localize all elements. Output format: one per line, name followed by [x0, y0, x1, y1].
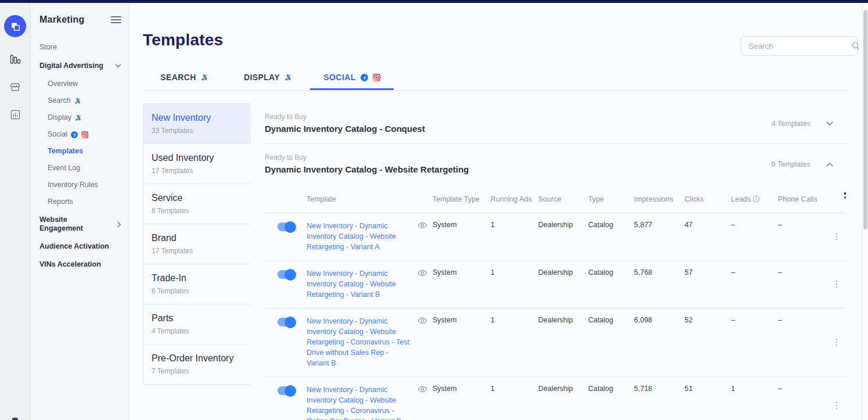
- template-link[interactable]: New Inventory - Dynamic Inventory Catalo…: [307, 268, 413, 300]
- cell-phone-calls: –: [778, 268, 827, 300]
- search-input[interactable]: [748, 42, 851, 51]
- sidebar-item-vins-acceleration[interactable]: VINs Acceleration: [39, 260, 121, 269]
- chevron-up-icon[interactable]: [826, 162, 833, 167]
- cell-impressions: 5,877: [634, 221, 685, 252]
- sidebar: Marketing Store Digital Advertising Over…: [31, 3, 129, 420]
- chevron-right-icon: [117, 221, 121, 228]
- clipped-bottom-icon: [12, 418, 18, 420]
- preview-eye-icon[interactable]: [417, 222, 427, 229]
- table-row: New Inventory - Dynamic Inventory Catalo…: [265, 377, 846, 420]
- preview-eye-icon[interactable]: [417, 317, 427, 324]
- row-menu-button[interactable]: ⋮: [827, 279, 846, 289]
- sidebar-item-display[interactable]: Display: [48, 113, 121, 122]
- column-header-template: Template: [307, 195, 433, 203]
- category-parts[interactable]: Parts 4 Templates: [143, 304, 251, 344]
- storefront-icon[interactable]: [9, 81, 21, 93]
- category-pre-order-inventory[interactable]: Pre-Order Inventory 7 Templates: [143, 344, 251, 385]
- ad-toggle[interactable]: [278, 270, 295, 279]
- facebook-icon: f: [71, 131, 78, 138]
- hamburger-icon[interactable]: [111, 15, 121, 25]
- category-brand[interactable]: Brand 17 Templates: [143, 224, 251, 264]
- main-content: Templates SEARCH DISPLAY: [129, 3, 868, 420]
- sidebar-item-inventory-rules[interactable]: Inventory Rules: [48, 181, 121, 189]
- row-menu-button[interactable]: ⋮: [827, 231, 846, 242]
- cell-clicks: 57: [685, 268, 731, 300]
- table-row: New Inventory - Dynamic Inventory Catalo…: [265, 213, 846, 261]
- ad-toggle[interactable]: [278, 222, 295, 231]
- tab-social[interactable]: SOCIAL f: [310, 66, 394, 90]
- info-icon[interactable]: i: [753, 196, 759, 202]
- cell-leads: –: [731, 316, 778, 368]
- chart-box-icon[interactable]: [9, 109, 21, 121]
- search-box: [741, 36, 858, 56]
- template-link[interactable]: New Inventory - Dynamic Inventory Catalo…: [307, 385, 413, 420]
- row-menu-button[interactable]: ⋮: [827, 337, 846, 347]
- section-conquest-header[interactable]: Ready to Buy Dynamic Inventory Catalog -…: [265, 103, 846, 143]
- category-new-inventory[interactable]: New Inventory 33 Templates: [143, 104, 251, 144]
- facebook-icon: f: [361, 74, 368, 81]
- sidebar-item-event-log[interactable]: Event Log: [48, 164, 121, 173]
- sidebar-title: Marketing: [39, 15, 84, 25]
- preview-eye-icon[interactable]: [417, 270, 427, 277]
- category-service[interactable]: Service 6 Templates: [143, 184, 251, 224]
- column-header-template-type: Template Type: [433, 195, 491, 203]
- cell-type: Catalog: [588, 385, 634, 420]
- svg-text:f: f: [363, 76, 365, 81]
- cell-type: Catalog: [588, 316, 634, 368]
- section-website-retargeting-header[interactable]: Ready to Buy Dynamic Inventory Catalog -…: [265, 144, 846, 184]
- search-icon: [851, 41, 860, 51]
- category-trade-in[interactable]: Trade-In 6 Templates: [143, 264, 251, 304]
- table-row: New Inventory - Dynamic Inventory Catalo…: [265, 308, 846, 377]
- sidebar-item-social[interactable]: Social f: [48, 130, 121, 139]
- category-used-inventory[interactable]: Used Inventory 17 Templates: [143, 144, 251, 184]
- scrollbar-thumb[interactable]: [863, 10, 867, 229]
- workspace-avatar[interactable]: [4, 15, 26, 37]
- row-menu-button[interactable]: ⋮: [827, 400, 846, 411]
- cell-clicks: 52: [685, 316, 731, 368]
- cell-leads: 1: [731, 385, 778, 420]
- cell-running-ads: 1: [491, 316, 538, 368]
- column-settings-icon[interactable]: [842, 192, 846, 199]
- column-header-source: Source: [538, 195, 588, 203]
- category-list: New Inventory 33 Templates Used Inventor…: [143, 103, 251, 385]
- tab-display[interactable]: DISPLAY: [226, 66, 310, 90]
- cell-template-type: System: [433, 385, 491, 420]
- cell-source: Dealership: [538, 221, 588, 252]
- sidebar-item-digital-advertising[interactable]: Digital Advertising: [39, 62, 121, 70]
- tab-search[interactable]: SEARCH: [143, 66, 226, 90]
- preview-eye-icon[interactable]: [417, 386, 427, 393]
- cell-impressions: 6,098: [634, 316, 685, 368]
- chevron-down-icon: [115, 64, 121, 68]
- cell-phone-calls: –: [778, 385, 827, 420]
- cell-type: Catalog: [588, 268, 634, 300]
- chevron-down-icon[interactable]: [826, 121, 833, 126]
- google-ads-icon: [75, 114, 82, 121]
- cell-leads: –: [731, 221, 778, 252]
- cell-leads: –: [731, 268, 778, 300]
- tab-bar: SEARCH DISPLAY: [143, 66, 846, 91]
- ad-toggle[interactable]: [278, 386, 295, 395]
- template-link[interactable]: New Inventory - Dynamic Inventory Catalo…: [307, 316, 413, 368]
- instagram-icon: [373, 74, 380, 81]
- template-link[interactable]: New Inventory - Dynamic Inventory Catalo…: [307, 221, 413, 252]
- column-header-type: Type: [588, 195, 634, 203]
- column-header-phone-calls: Phone Calls: [778, 195, 827, 203]
- sidebar-item-reports[interactable]: Reports: [48, 198, 121, 206]
- sidebar-item-store[interactable]: Store: [39, 43, 121, 52]
- cell-source: Dealership: [538, 268, 588, 300]
- sidebar-item-search[interactable]: Search: [48, 96, 121, 105]
- cell-source: Dealership: [538, 385, 588, 420]
- sidebar-item-website-engagement[interactable]: Website Engagement: [39, 216, 121, 233]
- section-template-count: 9 Templates: [772, 160, 811, 168]
- stats-bars-icon[interactable]: [9, 53, 21, 65]
- cell-clicks: 47: [685, 221, 731, 252]
- icon-rail: [0, 3, 31, 420]
- column-header-impressions: Impressions: [634, 195, 685, 203]
- sidebar-item-templates[interactable]: Templates: [48, 147, 121, 156]
- section-template-count: 4 Templates: [772, 120, 811, 128]
- vertical-scrollbar: [862, 6, 868, 420]
- instagram-icon: [81, 131, 88, 138]
- sidebar-item-overview[interactable]: Overview: [48, 80, 121, 88]
- ad-toggle[interactable]: [278, 318, 295, 326]
- sidebar-item-audience-activation[interactable]: Audience Activation: [39, 242, 121, 251]
